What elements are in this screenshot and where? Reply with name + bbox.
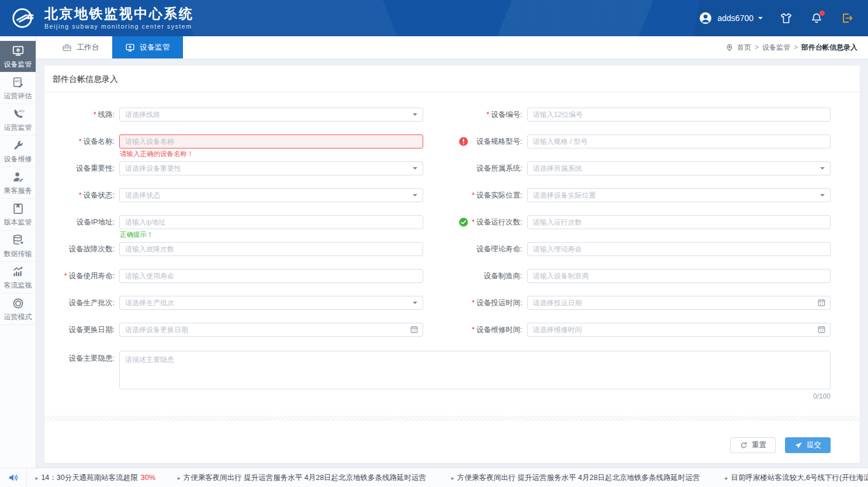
sidebar-item-5[interactable]: 版本监管 xyxy=(0,199,36,230)
field-input[interactable] xyxy=(119,215,423,229)
monitor-icon xyxy=(11,44,25,58)
sidebar-item-7[interactable]: 客流监视 xyxy=(0,262,36,293)
form-field-row: *设备规格型号: xyxy=(452,134,860,148)
ticker-highlight: 30% xyxy=(141,474,155,482)
sidebar-item-label: 数据传输 xyxy=(4,249,32,259)
form-field-row: *设备状态: xyxy=(44,188,452,202)
field-control xyxy=(119,161,423,175)
sidebar-item-label: 客流监视 xyxy=(4,281,32,291)
field-input[interactable] xyxy=(119,161,423,175)
tab-device-monitor[interactable]: 设备监管 xyxy=(112,36,183,58)
app-body: 设备监管 AFC 运营评估 ACC 运营监管 设备维修 乘客服务 版本监管 数据… xyxy=(0,36,868,468)
notification-bell-icon[interactable] xyxy=(810,11,824,25)
location-pin-icon xyxy=(725,43,734,51)
afc-evaluation-icon: AFC xyxy=(11,75,25,89)
field-input[interactable] xyxy=(527,323,831,337)
ticker-item: ▸ 方便乘客夜间出行 提升运营服务水平 4月28日起北京地铁多条线路延时运营 xyxy=(178,473,429,483)
sidebar-item-0[interactable]: 设备监管 xyxy=(0,41,36,72)
field-input[interactable] xyxy=(527,134,831,148)
sidebar-item-2[interactable]: ACC 运营监管 xyxy=(0,104,36,136)
calendar-icon[interactable] xyxy=(817,325,826,334)
sidebar: 设备监管 AFC 运营评估 ACC 运营监管 设备维修 乘客服务 版本监管 数据… xyxy=(0,36,36,468)
sidebar-item-label: 乘客服务 xyxy=(4,186,32,196)
hazard-textarea[interactable] xyxy=(119,351,831,389)
field-label: *设备理论寿命: xyxy=(452,244,527,254)
field-input[interactable] xyxy=(527,296,831,310)
field-input[interactable] xyxy=(527,161,831,175)
theme-skin-icon[interactable] xyxy=(779,11,793,25)
form-field-row: *设备重要性: xyxy=(44,161,452,175)
field-control xyxy=(527,323,831,337)
app-subtitle: Beijing subway monitoring center system xyxy=(44,23,193,30)
reset-label: 重置 xyxy=(752,440,766,450)
field-control: 正确提示！ xyxy=(119,215,423,229)
required-asterisk: * xyxy=(486,110,489,119)
form-field-row: *设备实际位置: xyxy=(452,188,860,202)
breadcrumb-home[interactable]: 首页 xyxy=(737,43,751,53)
sidebar-item-3[interactable]: 设备维修 xyxy=(0,136,36,167)
announcement-ticker: ▸ 14：30分天通苑南站客流超限 30% ▸ 方便乘客夜间出行 提升运营服务水… xyxy=(0,468,868,487)
paper-plane-icon xyxy=(794,441,803,450)
sidebar-item-6[interactable]: 数据传输 xyxy=(0,230,36,262)
form-actions: 重置 提交 xyxy=(44,437,860,453)
field-label: *设备状态: xyxy=(44,191,119,201)
mode-circle-icon xyxy=(11,296,25,310)
app-window: 北京地铁监视中心系统 Beijing subway monitoring cen… xyxy=(0,0,868,487)
field-control xyxy=(527,242,831,256)
field-label: *设备生产批次: xyxy=(44,298,119,308)
tab-workbench[interactable]: 工作台 xyxy=(49,36,112,58)
field-input[interactable] xyxy=(119,296,423,310)
field-control xyxy=(119,296,423,310)
form-field-row: *设备运行次数: xyxy=(452,215,860,229)
calendar-icon[interactable] xyxy=(410,325,419,334)
sidebar-item-8[interactable]: 运营模式 xyxy=(0,293,36,325)
field-input[interactable] xyxy=(119,108,423,122)
form-field-row: *设备更换日期: xyxy=(44,323,452,337)
ticker-item: ▸ 目前呼家楼站客流较大,6号线下行(开往海淀五路居方向)在呼家楼站采取部分在呼… xyxy=(725,473,868,483)
field-label: *设备重要性: xyxy=(44,164,119,174)
sidebar-item-1[interactable]: AFC 运营评估 xyxy=(0,72,36,104)
field-label: *设备实际位置: xyxy=(452,191,527,201)
tab-label: 设备监管 xyxy=(140,42,170,53)
form-panel: 部件台帐信息录入 *线路: *设备名称: xyxy=(44,65,860,463)
required-asterisk: * xyxy=(94,110,96,119)
required-asterisk: * xyxy=(472,191,475,199)
logout-icon[interactable] xyxy=(840,11,854,25)
field-input[interactable] xyxy=(119,269,423,283)
form-field-row: *线路: xyxy=(44,108,452,122)
field-input[interactable] xyxy=(527,215,831,229)
breadcrumb-section[interactable]: 设备监管 xyxy=(762,43,790,53)
field-input[interactable] xyxy=(527,188,831,202)
form-field-row: *设备制造商: xyxy=(452,269,860,283)
field-control xyxy=(119,188,423,202)
sidebar-item-label: 设备监管 xyxy=(4,60,32,70)
form-field-row: *设备使用寿命: xyxy=(44,269,452,283)
field-label: *设备所属系统: xyxy=(452,164,527,174)
field-label: *设备投运时间: xyxy=(452,298,527,308)
subway-logo-icon xyxy=(9,4,37,32)
tab-label: 工作台 xyxy=(77,42,99,53)
submit-button[interactable]: 提交 xyxy=(785,437,831,453)
form-field-row: *设备维修时间: xyxy=(452,323,860,337)
field-control xyxy=(527,296,831,310)
field-input[interactable] xyxy=(527,269,831,283)
svg-text:AFC: AFC xyxy=(15,79,21,82)
form-field-row: *设备编号: xyxy=(452,108,860,122)
field-input[interactable] xyxy=(527,242,831,256)
ticker-items: ▸ 14：30分天通苑南站客流超限 30% ▸ 方便乘客夜间出行 提升运营服务水… xyxy=(27,473,868,483)
user-menu[interactable]: adds6700 xyxy=(698,11,763,25)
field-input[interactable] xyxy=(119,242,423,256)
field-control xyxy=(119,323,423,337)
required-asterisk: * xyxy=(472,326,475,334)
field-control xyxy=(527,269,831,283)
ticker-bullet-icon: ▸ xyxy=(178,475,181,481)
field-input[interactable] xyxy=(119,134,423,148)
field-label: *设备维修时间: xyxy=(452,325,527,335)
field-input[interactable] xyxy=(119,188,423,202)
page-title: 部件台帐信息录入 xyxy=(44,65,860,92)
field-input[interactable] xyxy=(527,108,831,122)
reset-button[interactable]: 重置 xyxy=(730,437,776,453)
sidebar-item-4[interactable]: 乘客服务 xyxy=(0,167,36,199)
calendar-icon[interactable] xyxy=(817,298,826,308)
field-input[interactable] xyxy=(119,323,423,337)
